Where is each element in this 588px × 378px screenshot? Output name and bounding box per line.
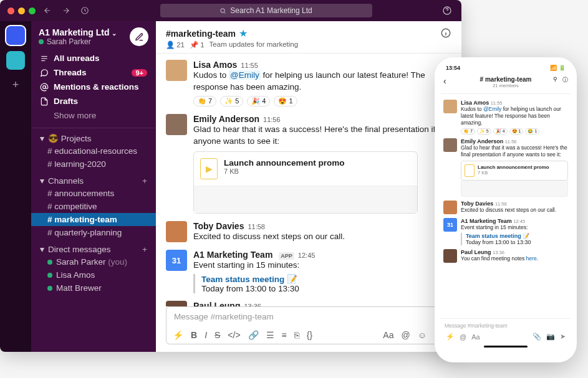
dm-lisa-amos[interactable]: Lisa Amos [31,268,156,281]
code-button[interactable]: </> [228,330,240,340]
current-user: Sarah Parker [47,37,91,46]
minimize-window-button[interactable] [18,7,25,14]
dm-sarah-parker[interactable]: Sarah Parker (you) [31,255,156,268]
phone-search-icon[interactable]: ⚲ [553,76,557,84]
threads-badge: 9+ [132,69,147,77]
channel-announcements[interactable]: # announcements [31,187,156,200]
star-icon[interactable]: ★ [239,28,248,39]
bolt-icon[interactable]: ⚡ [173,330,183,340]
sidebar: A1 Marketing Ltd ⌄ Sarah Parker All unre… [31,21,156,352]
section-dms[interactable]: ▾Direct messages+ [31,239,156,255]
phone-composer[interactable]: Message #marketing-team [441,318,571,330]
phone-send-button[interactable]: ➤ [560,333,566,341]
add-channel-button[interactable]: + [142,176,147,186]
history-button[interactable] [78,4,92,17]
reaction[interactable]: ✨5 [220,96,243,106]
link-button[interactable]: 🔗 [248,330,259,340]
avatar[interactable] [443,100,457,113]
event-block[interactable]: Team status meeting 📝 Today from 13:00 t… [193,274,451,293]
channel-educational-resources[interactable]: # educational-resources [31,144,156,158]
avatar[interactable] [166,60,187,81]
composer-toolbar: ⚡ B I S </> 🔗 ☰ ≡ ⎘ {} Aa @ ☺ 📎 [166,326,451,344]
emoji-button[interactable]: ☺ [418,330,427,340]
channel-competitive[interactable]: # competitive [31,200,156,213]
reaction[interactable]: 👏7 [193,96,216,106]
mention-button[interactable]: @ [401,330,410,340]
search-input[interactable]: Search A1 Marketing Ltd [160,4,372,17]
phone-format-button[interactable]: Aa [471,333,480,341]
app-badge: APP [279,252,294,260]
phone-bolt-icon[interactable]: ⚡ [446,333,455,341]
file-preview [194,186,417,213]
phone-file[interactable]: Launch announcement promo7 KB [461,161,568,181]
back-button[interactable] [41,4,54,17]
phone-camera-button[interactable]: 📷 [546,333,555,341]
phone-message-list[interactable]: Lisa Amos 11:55 Kudos to @Emily for help… [441,94,571,318]
add-workspace-button[interactable]: + [12,78,19,92]
phone-mention-button[interactable]: @ [460,333,466,341]
sidebar-item-threads[interactable]: Threads9+ [31,65,156,80]
workspace-header[interactable]: A1 Marketing Ltd ⌄ Sarah Parker [31,21,156,51]
numbered-list-button[interactable]: ☰ [266,330,274,340]
calendar-app-icon[interactable]: 31 [443,218,457,232]
avatar[interactable] [443,249,457,263]
workspace-switcher-2[interactable] [6,51,25,70]
sidebar-show-more[interactable]: Show more [31,108,156,123]
phone-attach-button[interactable]: 📎 [533,333,541,341]
avatar[interactable] [443,138,457,152]
slack-desktop-window: Search A1 Marketing Ltd + A1 Marketing L… [0,0,461,352]
message-list[interactable]: Lisa Amos11:55 Kudos to @Emily for helpi… [156,54,461,306]
calendar-app-icon[interactable]: 31 [166,250,187,271]
bold-button[interactable]: B [191,330,197,340]
help-button[interactable] [440,4,454,17]
phone-back-button[interactable]: ‹ [443,76,446,86]
message-app: 31 A1 Marketing TeamAPP12:45 Event start… [166,247,451,298]
bulleted-list-button[interactable]: ≡ [282,330,287,340]
channel-info-button[interactable] [440,27,451,39]
close-window-button[interactable] [7,7,14,14]
search-icon [219,7,226,14]
channel-name[interactable]: #marketing-team [166,29,236,39]
italic-button[interactable]: I [205,330,207,340]
forward-button[interactable] [59,4,73,17]
message-emily: Emily Anderson11:56 Glad to hear that it… [166,111,451,219]
search-placeholder: Search A1 Marketing Ltd [230,6,312,15]
avatar[interactable] [166,114,187,135]
maximize-window-button[interactable] [29,7,36,14]
section-channels[interactable]: ▾Channels+ [31,171,156,187]
avatar[interactable] [443,201,457,214]
format-toggle[interactable]: Aa [383,330,393,340]
app-body: + A1 Marketing Ltd ⌄ Sarah Parker All un… [0,21,461,352]
message-composer[interactable]: Message #marketing-team ⚡ B I S </> 🔗 ☰ … [166,306,451,344]
svg-point-1 [221,8,224,12]
sidebar-item-mentions[interactable]: Mentions & reactions [31,80,156,94]
add-dm-button[interactable]: + [142,245,147,254]
reaction[interactable]: 😍1 [274,96,297,106]
channel-quarterly-planning[interactable]: # quarterly-planning [31,226,156,239]
compose-button[interactable] [130,27,148,46]
dm-matt-brewer[interactable]: Matt Brewer [31,281,156,295]
file-attachment[interactable]: ▶ Launch announcement promo 7 KB [193,151,418,214]
mention-emily[interactable]: @Emily [229,70,261,80]
channel-topic[interactable]: Team updates for marketing [210,40,299,49]
sidebar-item-unreads[interactable]: All unreads [31,51,156,65]
sidebar-item-drafts[interactable]: Drafts [31,94,156,108]
phone-info-icon[interactable]: ⓘ [562,76,568,84]
channel-marketing-team[interactable]: # marketing-team [31,213,156,226]
composer-input[interactable]: Message #marketing-team [166,307,451,326]
channel-header: #marketing-team ★ 👤 21 📌 1 Team updates … [156,21,461,54]
file-icon [465,164,475,177]
reaction[interactable]: 🎉4 [247,96,270,106]
avatar[interactable] [166,221,187,242]
avatar[interactable] [166,301,187,306]
titlebar: Search A1 Marketing Ltd [0,0,461,21]
blockquote-button[interactable]: ⎘ [294,330,299,340]
code-block-button[interactable]: {} [307,330,312,340]
strikethrough-button[interactable]: S [214,330,220,340]
window-controls [7,7,36,14]
channel-members[interactable]: 👤 21 [166,40,185,49]
workspace-switcher-1[interactable] [6,26,25,45]
channel-learning-2020[interactable]: # learning-2020 [31,158,156,171]
section-projects[interactable]: ▾😎 Projects [31,128,156,144]
channel-pins[interactable]: 📌 1 [190,40,205,49]
